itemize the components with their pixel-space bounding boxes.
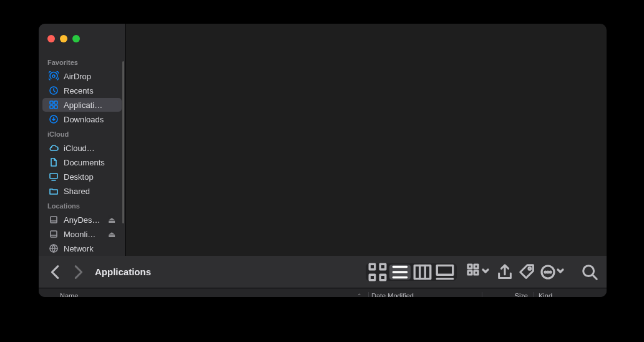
svg-rect-24 [437, 265, 453, 275]
finder-window: FavoritesAirDropRecentsApplicati…Downloa… [39, 24, 607, 297]
close-button[interactable] [47, 35, 55, 42]
svg-rect-29 [474, 271, 478, 275]
col-header-size[interactable]: Size [482, 292, 533, 298]
svg-rect-15 [380, 264, 386, 270]
doc-icon [49, 157, 59, 167]
sidebar-item-label: Downloads [64, 115, 104, 124]
sidebar-item[interactable]: iCloud… [42, 141, 122, 155]
window-controls [47, 35, 80, 42]
sidebar-item[interactable]: Documents [42, 155, 122, 169]
col-header-name[interactable]: Name ⌃ [60, 292, 368, 298]
folder-icon [49, 186, 59, 196]
globe-icon [49, 243, 59, 253]
sort-ascending-icon: ⌃ [357, 293, 362, 298]
list-view-button[interactable] [389, 265, 411, 280]
sidebar-section-title: Favorites [39, 55, 125, 69]
svg-rect-2 [50, 101, 53, 104]
tags-button[interactable] [518, 264, 537, 280]
desktop-icon [49, 172, 59, 182]
svg-rect-21 [414, 265, 431, 278]
sidebar-item-label: Documents [64, 158, 105, 167]
action-menu-button[interactable] [540, 264, 565, 280]
sidebar-item[interactable]: Moonli…⏏ [42, 227, 122, 241]
sidebar-item-label: iCloud… [64, 144, 95, 153]
disk-icon [49, 215, 59, 225]
forward-button[interactable] [69, 264, 87, 280]
main-area: Applications [39, 256, 607, 297]
svg-rect-28 [468, 271, 472, 275]
svg-point-33 [547, 271, 549, 273]
svg-rect-7 [50, 173, 57, 178]
sidebar-item-label: Moonli… [64, 230, 95, 239]
sidebar-section-title: Locations [39, 198, 125, 212]
svg-point-32 [545, 271, 546, 273]
col-header-date[interactable]: Date Modified [368, 292, 482, 298]
share-button[interactable] [495, 264, 514, 280]
sidebar-item[interactable]: Desktop [42, 170, 122, 183]
svg-point-30 [529, 267, 531, 270]
sidebar-item[interactable]: Applicati… [42, 98, 122, 112]
sidebar-item-label: Shared [64, 187, 90, 196]
svg-point-35 [583, 265, 594, 276]
gallery-view-button[interactable] [434, 265, 456, 280]
search-button[interactable] [580, 264, 599, 280]
sidebar-item-label: Network [64, 244, 94, 253]
minimize-button[interactable] [60, 35, 67, 42]
sidebar-item-label: Desktop [64, 172, 94, 182]
svg-rect-16 [369, 275, 375, 280]
download-icon [49, 114, 59, 124]
svg-rect-9 [51, 217, 57, 223]
sidebar-scrollbar[interactable] [122, 61, 124, 223]
cloud-icon [49, 143, 59, 153]
sidebar-item[interactable]: AirDrop [42, 69, 122, 83]
eject-icon[interactable]: ⏏ [108, 230, 115, 239]
sidebar-item-label: AirDrop [64, 72, 91, 81]
svg-rect-14 [369, 264, 375, 270]
sidebar-item[interactable]: Network [42, 242, 122, 255]
icon-view-button[interactable] [367, 265, 388, 280]
airdrop-icon [49, 71, 59, 81]
column-view-button[interactable] [412, 265, 433, 280]
svg-rect-4 [50, 105, 53, 109]
maximize-button[interactable] [72, 35, 80, 42]
sidebar-item[interactable]: Shared [42, 184, 122, 198]
window-title: Applications [95, 266, 151, 277]
sidebar-item[interactable]: Downloads [42, 112, 122, 126]
group-by-button[interactable] [467, 264, 492, 280]
svg-point-34 [550, 271, 551, 273]
eject-icon[interactable]: ⏏ [108, 215, 115, 225]
svg-point-0 [52, 75, 55, 77]
column-headers: Name ⌃ Date Modified Size Kind [39, 288, 607, 297]
sidebar-item-label: Recents [64, 86, 94, 95]
toolbar: Applications [39, 256, 607, 288]
sidebar-item-label: AnyDes… [64, 215, 100, 225]
sidebar-section-title: iCloud [39, 127, 125, 140]
back-button[interactable] [46, 264, 65, 280]
svg-rect-11 [51, 231, 57, 237]
sidebar-item-label: Applicati… [64, 100, 102, 110]
disk-icon [49, 229, 59, 239]
col-header-name-label: Name [60, 292, 78, 298]
svg-rect-3 [54, 101, 57, 104]
sidebar-item[interactable]: AnyDes…⏏ [42, 213, 122, 227]
clock-icon [49, 86, 59, 95]
svg-line-36 [593, 275, 597, 279]
svg-rect-17 [380, 275, 386, 280]
col-header-kind[interactable]: Kind [533, 292, 607, 298]
appgrid-icon [49, 100, 59, 110]
svg-rect-27 [474, 265, 478, 268]
svg-rect-26 [468, 265, 472, 268]
sidebar-item[interactable]: Recents [42, 84, 122, 97]
svg-rect-5 [54, 105, 57, 109]
view-switcher [366, 263, 457, 281]
sidebar: FavoritesAirDropRecentsApplicati…Downloa… [39, 24, 126, 256]
